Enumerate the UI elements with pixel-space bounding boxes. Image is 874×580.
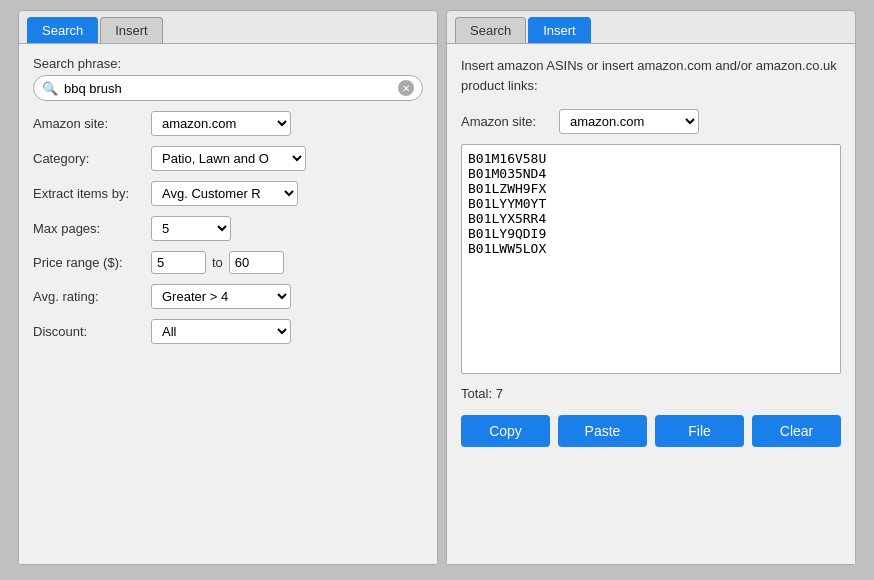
search-phrase-label: Search phrase: [33, 56, 423, 71]
category-select[interactable]: Patio, Lawn and O All Home & Kitchen Spo… [151, 146, 306, 171]
price-to-label: to [212, 255, 223, 270]
left-tab-bar: Search Insert [19, 11, 437, 43]
max-pages-label: Max pages: [33, 221, 143, 236]
extract-items-label: Extract items by: [33, 186, 143, 201]
avg-rating-row: Avg. rating: Greater > 4 Greater > 3 Gre… [33, 284, 423, 309]
max-pages-row: Max pages: 1234 5678 910 [33, 216, 423, 241]
avg-rating-select[interactable]: Greater > 4 Greater > 3 Greater > 2 All [151, 284, 291, 309]
category-label: Category: [33, 151, 143, 166]
right-panel-body: Insert amazon ASINs or insert amazon.com… [447, 43, 855, 564]
left-panel: Search Insert Search phrase: 🔍 ✕ Amazon … [18, 10, 438, 565]
asin-textarea[interactable]: B01M16V58U B01M035ND4 B01LZWH9FX B01LYYM… [461, 144, 841, 374]
amazon-site-select[interactable]: amazon.com amazon.co.uk amazon.ca amazon… [151, 111, 291, 136]
right-tab-bar: Search Insert [447, 11, 855, 43]
total-label: Total: 7 [461, 386, 841, 401]
right-panel: Search Insert Insert amazon ASINs or ins… [446, 10, 856, 565]
price-from-input[interactable] [151, 251, 206, 274]
extract-items-select[interactable]: Avg. Customer R Price Relevance Featured [151, 181, 298, 206]
left-tab-search[interactable]: Search [27, 17, 98, 43]
search-icon: 🔍 [42, 81, 58, 96]
paste-button[interactable]: Paste [558, 415, 647, 447]
amazon-site-row: Amazon site: amazon.com amazon.co.uk ama… [33, 111, 423, 136]
right-amazon-site-select[interactable]: amazon.com amazon.co.uk amazon.ca [559, 109, 699, 134]
right-amazon-site-label: Amazon site: [461, 114, 551, 129]
clear-search-button[interactable]: ✕ [398, 80, 414, 96]
extract-items-row: Extract items by: Avg. Customer R Price … [33, 181, 423, 206]
price-to-input[interactable] [229, 251, 284, 274]
right-tab-insert[interactable]: Insert [528, 17, 591, 43]
search-phrase-section: Search phrase: 🔍 ✕ [33, 56, 423, 101]
discount-label: Discount: [33, 324, 143, 339]
search-input-wrapper: 🔍 ✕ [33, 75, 423, 101]
right-amazon-site-row: Amazon site: amazon.com amazon.co.uk ama… [461, 109, 841, 134]
avg-rating-label: Avg. rating: [33, 289, 143, 304]
price-range-wrapper: to [151, 251, 284, 274]
left-tab-insert[interactable]: Insert [100, 17, 163, 43]
action-buttons: Copy Paste File Clear [461, 415, 841, 447]
file-button[interactable]: File [655, 415, 744, 447]
copy-button[interactable]: Copy [461, 415, 550, 447]
search-input[interactable] [64, 81, 392, 96]
right-tab-search[interactable]: Search [455, 17, 526, 43]
insert-description: Insert amazon ASINs or insert amazon.com… [461, 56, 841, 95]
amazon-site-label: Amazon site: [33, 116, 143, 131]
price-range-row: Price range ($): to [33, 251, 423, 274]
left-panel-body: Search phrase: 🔍 ✕ Amazon site: amazon.c… [19, 43, 437, 564]
clear-button[interactable]: Clear [752, 415, 841, 447]
max-pages-select[interactable]: 1234 5678 910 [151, 216, 231, 241]
price-range-label: Price range ($): [33, 255, 143, 270]
discount-row: Discount: All 10%+ 20%+ 30%+ 40%+ 50%+ [33, 319, 423, 344]
discount-select[interactable]: All 10%+ 20%+ 30%+ 40%+ 50%+ [151, 319, 291, 344]
category-row: Category: Patio, Lawn and O All Home & K… [33, 146, 423, 171]
